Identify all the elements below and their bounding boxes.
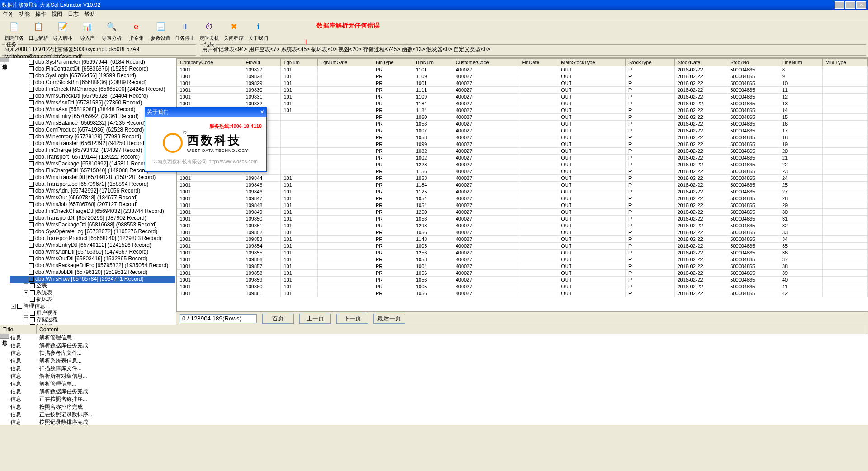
menu-功能[interactable]: 功能 bbox=[19, 10, 30, 18]
table-node[interactable]: dbo.FinContractDtl [65836376] (15259 Rec… bbox=[10, 66, 175, 72]
table-row[interactable]: 1001109830101PR1111400027OUTP2016-02-225… bbox=[177, 87, 868, 94]
menu-操作[interactable]: 操作 bbox=[35, 10, 46, 18]
table-row[interactable]: PR1223400027OUTP2016-02-2250000486522 bbox=[177, 161, 868, 168]
checkbox-icon[interactable] bbox=[30, 311, 35, 316]
table-node[interactable]: dbo.WmsAdn. [65742992] (171056 Record) bbox=[10, 188, 175, 194]
table-node[interactable]: dbo.WmsAdnDtl [65766360] (1474567 Record… bbox=[10, 249, 175, 255]
toolbar-定时关机[interactable]: ⏱定时关机 bbox=[198, 19, 221, 42]
checkbox-icon[interactable] bbox=[29, 121, 34, 126]
mgmt-存储过程[interactable]: +存储过程 bbox=[10, 316, 175, 323]
pager-prev[interactable]: 上一页 bbox=[299, 314, 331, 324]
logcol-Title[interactable]: Title bbox=[0, 325, 37, 334]
category-损坏表[interactable]: 损坏表 bbox=[10, 296, 175, 303]
expand-icon[interactable]: + bbox=[24, 290, 28, 295]
table-row[interactable]: PR1082400027OUTP2016-02-2250000486520 bbox=[177, 148, 868, 155]
table-node[interactable]: dbo.WmsTransferDtl [65709128] (150728 Re… bbox=[10, 174, 175, 181]
table-row[interactable]: PR1007400027OUTP2016-02-2250000486517 bbox=[177, 127, 868, 134]
pager-first[interactable]: 首页 bbox=[262, 314, 294, 324]
checkbox-icon[interactable] bbox=[29, 236, 34, 241]
data-grid[interactable]: CompanyCodeFlowIdLgNumLgNumGateBinTypeBi… bbox=[176, 58, 868, 312]
checkbox-icon[interactable] bbox=[29, 155, 34, 160]
checkbox-icon[interactable] bbox=[29, 141, 34, 146]
collapse-icon[interactable]: - bbox=[11, 304, 16, 309]
menu-日志[interactable]: 日志 bbox=[68, 10, 79, 18]
mgmt-用户视图[interactable]: +用户视图 bbox=[10, 310, 175, 316]
table-row[interactable]: 1001109828101PR1109400027OUTP2016-02-225… bbox=[177, 73, 868, 80]
expand-icon[interactable]: + bbox=[24, 283, 28, 288]
table-node[interactable]: dbo.WmsAsnDtl [65781536] (27360 Record) bbox=[10, 99, 175, 106]
checkbox-icon[interactable] bbox=[29, 73, 34, 78]
table-row[interactable]: 1001109850101PR1058400027OUTP2016-02-225… bbox=[177, 216, 868, 222]
table-node[interactable]: dbo.WmsPackageDtlPro [65795832] (1935054… bbox=[10, 262, 175, 269]
checkbox-icon[interactable] bbox=[29, 60, 34, 65]
table-row[interactable]: 1001109859101PR1056400027OUTP2016-02-225… bbox=[177, 277, 868, 283]
col-FlowId[interactable]: FlowId bbox=[243, 59, 281, 66]
table-row[interactable]: PR1099400027OUTP2016-02-2250000486519 bbox=[177, 141, 868, 148]
checkbox-icon[interactable] bbox=[30, 297, 35, 302]
toolbar-指令集[interactable]: e指令集 bbox=[125, 19, 147, 42]
col-CompanyCode[interactable]: CompanyCode bbox=[177, 59, 243, 66]
toolbar-关闭程序[interactable]: ✖关闭程序 bbox=[222, 19, 245, 42]
checkbox-icon[interactable] bbox=[29, 168, 34, 173]
table-row[interactable]: 1001109849101PR1250400027OUTP2016-02-225… bbox=[177, 209, 868, 216]
table-node[interactable]: dbo.WmsOut [65697848] (184677 Record) bbox=[10, 194, 175, 201]
table-node[interactable]: dbo.WmsCheckDtl [65795928] (24404 Record… bbox=[10, 93, 175, 99]
toolbar-导表分析[interactable]: 🔍导表分析 bbox=[100, 19, 123, 42]
table-node[interactable]: dbo.ComStockBin [65688936] (20889 Record… bbox=[10, 79, 175, 86]
col-StockNo[interactable]: StockNo bbox=[727, 59, 779, 66]
expand-icon[interactable]: + bbox=[24, 311, 28, 316]
close-button[interactable]: ✕ bbox=[856, 1, 866, 9]
table-row[interactable]: 1001109852101PR1056400027OUTP2016-02-225… bbox=[177, 229, 868, 236]
table-row[interactable]: 1001109848101PR1054400027OUTP2016-02-225… bbox=[177, 202, 868, 209]
checkbox-icon[interactable] bbox=[29, 182, 34, 187]
pager-status[interactable] bbox=[180, 314, 257, 323]
col-LgNumGate[interactable]: LgNumGate bbox=[318, 59, 373, 66]
device-info-tab[interactable]: 设备信息 bbox=[0, 58, 9, 62]
table-row[interactable]: PR1002400027OUTP2016-02-2250000486521 bbox=[177, 155, 868, 161]
checkbox-icon[interactable] bbox=[29, 87, 34, 92]
checkbox-icon[interactable] bbox=[29, 202, 34, 207]
pager-last[interactable]: 最后一页 bbox=[373, 314, 405, 324]
table-row[interactable]: 1001109855101PR1256400027OUTP2016-02-225… bbox=[177, 250, 868, 256]
col-CustomerCode[interactable]: CustomerCode bbox=[453, 59, 519, 66]
table-row[interactable]: 1001109858101PR1056400027OUTP2016-02-225… bbox=[177, 270, 868, 277]
checkbox-icon[interactable] bbox=[29, 100, 34, 105]
toolbar-导入脚本[interactable]: 📝导入脚本 bbox=[52, 19, 74, 42]
table-node[interactable]: dbo.WmsEntryDtl [65740112] (1241526 Reco… bbox=[10, 242, 175, 249]
checkbox-icon[interactable] bbox=[30, 283, 35, 288]
table-row[interactable]: 1001109847101PR1054400027OUTP2016-02-225… bbox=[177, 195, 868, 202]
table-row[interactable]: 1001109860101PR1005400027OUTP2016-02-225… bbox=[177, 283, 868, 290]
checkbox-icon[interactable] bbox=[29, 188, 34, 193]
table-row[interactable]: 1001109846101PR1125400027OUTP2016-02-225… bbox=[177, 188, 868, 195]
menu-视图[interactable]: 视图 bbox=[52, 10, 62, 18]
table-row[interactable]: 1001109832101PR1184400027OUTP2016-02-225… bbox=[177, 100, 868, 107]
table-row[interactable]: 1001109857101PR1004400027OUTP2016-02-225… bbox=[177, 263, 868, 270]
table-node[interactable]: dbo.SysLogin [65766456] (19599 Record) bbox=[10, 72, 175, 79]
checkbox-icon[interactable] bbox=[29, 66, 34, 71]
table-row[interactable]: PR1060400027OUTP2016-02-2250000486515 bbox=[177, 114, 868, 121]
checkbox-icon[interactable] bbox=[29, 263, 34, 268]
col-LgNum[interactable]: LgNum bbox=[281, 59, 318, 66]
checkbox-icon[interactable] bbox=[30, 290, 35, 295]
checkbox-icon[interactable] bbox=[29, 216, 34, 221]
checkbox-icon[interactable] bbox=[29, 256, 34, 261]
tree-pane[interactable]: 设备信息 dbo.SysParameter [65697944] (6184 R… bbox=[0, 58, 176, 325]
toolbar-日志解析[interactable]: 📋日志解析 bbox=[27, 19, 50, 42]
toolbar-关于我们[interactable]: ℹ关于我们 bbox=[247, 19, 269, 42]
table-row[interactable]: PR1156400027OUTP2016-02-2250000486523 bbox=[177, 168, 868, 175]
checkbox-icon[interactable] bbox=[29, 134, 34, 139]
log-info-tab[interactable]: 日志信息 bbox=[0, 334, 9, 339]
expand-icon[interactable]: + bbox=[24, 317, 28, 322]
checkbox-icon[interactable] bbox=[29, 161, 34, 166]
col-FinDate[interactable]: FinDate bbox=[519, 59, 558, 66]
checkbox-icon[interactable] bbox=[29, 114, 34, 119]
table-node[interactable]: dbo.WmsJob [65786768] (207127 Record) bbox=[10, 201, 175, 208]
table-row[interactable]: 1001109861101PR1056400027OUTP2016-02-225… bbox=[177, 290, 868, 297]
table-row[interactable]: 1001109854101PR1005400027OUTP2016-02-225… bbox=[177, 243, 868, 250]
menu-任务[interactable]: 任务 bbox=[3, 10, 14, 18]
table-node[interactable]: dbo.WmsJobDtl [65796120] (2519512 Record… bbox=[10, 269, 175, 276]
checkbox-icon[interactable] bbox=[29, 107, 34, 112]
maximize-button[interactable]: ▫ bbox=[845, 1, 855, 9]
logcol-Content[interactable]: Content bbox=[37, 325, 868, 334]
minimize-button[interactable]: _ bbox=[835, 1, 844, 9]
